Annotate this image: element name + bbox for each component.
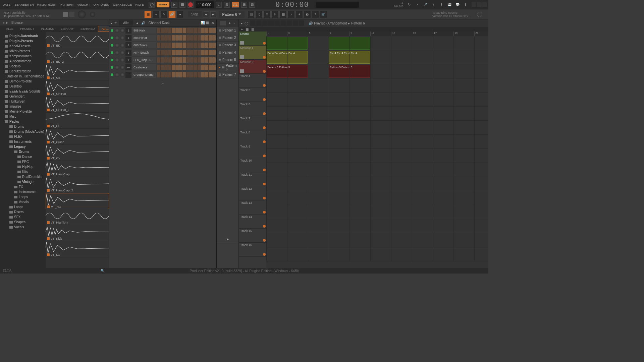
step-button[interactable] [186, 72, 190, 77]
track-header[interactable]: Track 5 [239, 88, 266, 102]
stop-button[interactable] [179, 2, 185, 8]
sample-item[interactable]: VT_CHiHat [46, 80, 109, 97]
step-button[interactable] [198, 50, 201, 55]
step-button[interactable] [179, 35, 182, 41]
record-button[interactable] [187, 2, 194, 8]
pattern-selector[interactable]: Pattern 6 [219, 11, 245, 18]
step-button[interactable] [190, 72, 194, 77]
tree-item[interactable]: Instruments [0, 189, 46, 194]
ruler-tick[interactable]: 7 [329, 32, 350, 36]
panic-button[interactable]: ◯ [149, 2, 155, 8]
track-mute[interactable] [263, 126, 266, 129]
step-button[interactable] [164, 43, 168, 48]
step-button[interactable] [205, 43, 208, 48]
news-panel[interactable]: Today Eine neuere Version von FL Studio … [432, 11, 477, 18]
playlist-track[interactable]: Pattern 5 Pattern 5Pattern 5 Pattern 5 [266, 64, 488, 78]
menu-optionen[interactable]: OPTIONEN [92, 2, 111, 7]
step-button[interactable] [201, 28, 205, 33]
tool-link[interactable]: 🔗 [168, 11, 176, 18]
track-mute[interactable] [263, 84, 266, 87]
globe-icon[interactable] [477, 12, 482, 17]
tree-item[interactable]: Backup [0, 64, 46, 69]
step-button[interactable] [198, 72, 201, 77]
tool-c[interactable]: ◐ [304, 11, 311, 18]
step-button[interactable] [168, 43, 171, 48]
playlist-clip[interactable]: Pa..4 Pa..4 Pa..4 Pa..4 [329, 51, 370, 64]
channel-pan-knob[interactable] [115, 58, 119, 62]
step-button[interactable] [194, 50, 197, 55]
channel-vol-knob[interactable] [120, 72, 125, 77]
step-button[interactable] [212, 57, 216, 63]
master-volume-knob[interactable] [78, 10, 86, 18]
step-button[interactable] [209, 50, 212, 55]
save-icon[interactable]: 💾 [446, 1, 453, 8]
add-channel-button[interactable]: + [109, 80, 216, 86]
view-playlist[interactable]: ▤ [247, 11, 255, 18]
wait-input-button[interactable]: ⊟ [224, 2, 230, 8]
view-browser[interactable]: ▦ [279, 11, 287, 18]
step-button[interactable] [161, 50, 164, 55]
tool-brush[interactable]: ✎ [160, 11, 168, 18]
playlist-track[interactable] [266, 163, 488, 177]
song-mode-button[interactable]: SONG [157, 2, 169, 7]
step-button[interactable] [190, 65, 194, 70]
track-header[interactable]: Track 4 [239, 74, 266, 88]
ruler-tick[interactable]: 17 [433, 32, 453, 36]
playlist-track[interactable] [266, 205, 488, 219]
maximize-button[interactable] [477, 2, 482, 7]
pattern-picker-item[interactable]: ▤ Pattern 7 [217, 71, 238, 78]
track-header[interactable]: Track 8 [239, 130, 266, 144]
step-button[interactable] [157, 65, 160, 70]
channel-vol-knob[interactable] [120, 58, 125, 62]
step-button[interactable] [157, 43, 160, 48]
step-button[interactable] [168, 50, 171, 55]
step-button[interactable] [175, 50, 179, 55]
ruler-tick[interactable]: 5 [308, 32, 329, 36]
channel-vol-knob[interactable] [120, 65, 125, 70]
tree-item[interactable]: Kits [0, 169, 46, 174]
step-button[interactable] [168, 57, 171, 63]
step-button[interactable] [186, 50, 190, 55]
browser-tab-library[interactable]: LIBRARY [58, 26, 77, 32]
sample-item[interactable]: VT_LC [46, 241, 109, 257]
midi-icon[interactable] [69, 12, 74, 17]
track-mute[interactable] [263, 225, 266, 228]
step-button[interactable] [209, 35, 212, 41]
pl-tool-7[interactable] [286, 20, 292, 26]
tree-item[interactable]: Meine Projekte [0, 109, 46, 114]
menu-pattern[interactable]: PATTERN [58, 2, 75, 7]
channel-vol-knob[interactable] [120, 43, 125, 48]
channel-pan-knob[interactable] [115, 72, 119, 77]
mic-icon[interactable]: 🎤 [422, 1, 429, 8]
playlist-track[interactable] [266, 107, 488, 121]
sample-item[interactable]: VT_CHiHat_2 [46, 97, 109, 113]
play-button[interactable] [171, 2, 177, 8]
playlist-clip[interactable] [266, 37, 308, 50]
sample-item[interactable]: VT_CY [46, 145, 109, 161]
playlist-track[interactable] [266, 247, 488, 261]
tree-item[interactable]: Demo-Projekte [0, 79, 46, 84]
step-button[interactable] [186, 43, 190, 48]
step-button[interactable] [198, 65, 201, 70]
step-button[interactable] [172, 72, 175, 77]
channel-mute[interactable] [111, 44, 113, 47]
tool-paint[interactable]: → [152, 11, 160, 18]
track-mute[interactable] [263, 155, 266, 157]
playlist-track[interactable] [266, 233, 488, 247]
step-button[interactable] [168, 65, 171, 70]
step-button[interactable] [179, 28, 182, 33]
step-button[interactable] [194, 57, 197, 63]
tree-item[interactable]: FLEX [0, 134, 46, 139]
picker-add-icon[interactable]: + [229, 21, 231, 25]
tree-item[interactable]: Vintage [0, 179, 46, 184]
step-button[interactable] [161, 57, 164, 63]
track-mute[interactable] [263, 42, 266, 45]
sample-item[interactable]: VT_CL [46, 113, 109, 129]
step-button[interactable] [168, 28, 171, 33]
help-icon[interactable]: ? [430, 1, 437, 8]
track-header[interactable]: Track 12 [239, 186, 266, 200]
pl-sync-icon[interactable]: ◯ [245, 21, 248, 25]
step-button[interactable] [209, 65, 212, 70]
step-button[interactable] [198, 43, 201, 48]
step-button[interactable] [157, 57, 160, 63]
